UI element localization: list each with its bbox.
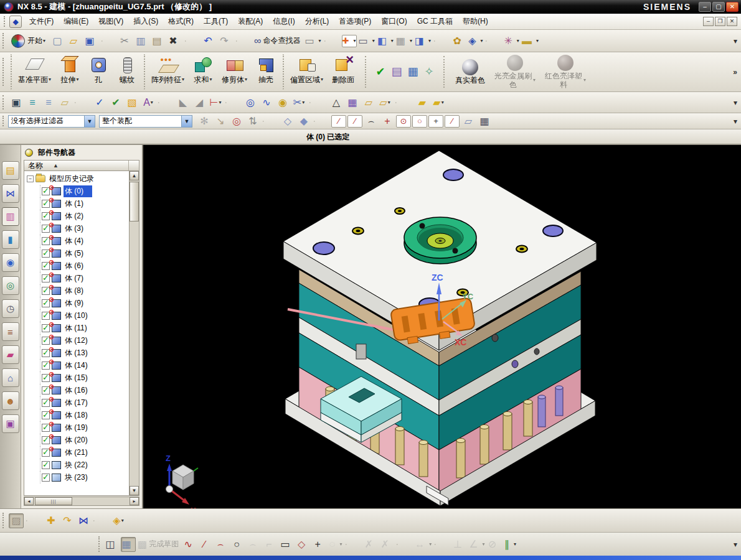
sketch-grid-icon[interactable]: ▦ ▾: [121, 537, 136, 552]
scroll-up-arrow[interactable]: ▲: [130, 171, 139, 180]
toolbar-overflow-chevron[interactable]: ▾: [734, 98, 737, 107]
阵列特征[interactable]: 阵列特征 ▾: [144, 54, 189, 90]
separator[interactable]: ▾: [185, 40, 200, 42]
maximize-button[interactable]: [712, 2, 725, 12]
palettes-icon[interactable]: ▣: [2, 414, 19, 433]
menu-item[interactable]: 帮助(H): [458, 14, 493, 29]
chamfer-icon[interactable]: ⌐ ▾: [263, 537, 278, 552]
move-component-icon[interactable]: ↷ ▾: [60, 513, 75, 528]
existing-point-snap-icon[interactable]: +: [428, 115, 443, 128]
select-handle-icon[interactable]: ↘: [213, 114, 228, 129]
menu-item[interactable]: 插入(S): [128, 14, 163, 29]
navigator-tree-item[interactable]: 体 (8): [24, 284, 129, 297]
snap-point-icon[interactable]: ✳ ▾: [503, 34, 519, 49]
model-history-root[interactable]: − 模型历史记录: [24, 172, 129, 185]
spring-tool-icon[interactable]: ∿ ▾: [259, 95, 274, 110]
selection-preview-icon[interactable]: ▨ ▾: [9, 513, 24, 528]
separator[interactable]: ▾: [434, 40, 449, 42]
selection-scope-dropdown[interactable]: 整个装配 ▼: [99, 115, 192, 128]
graphics-viewport[interactable]: ZC YC XC Z X: [143, 145, 741, 508]
navigator-tree-item[interactable]: 块 (23): [24, 471, 129, 483]
修剪体[interactable]: 修剪体 ▾: [217, 54, 252, 90]
start-menu-button[interactable]: 开始 ▾: [8, 33, 49, 49]
求和[interactable]: 求和 ▾: [189, 54, 217, 90]
mdi-close-button[interactable]: ✕: [727, 17, 737, 26]
line-icon[interactable]: ∕ ▾: [199, 537, 214, 552]
offset-curve-icon[interactable]: ◌ ▾: [328, 537, 343, 552]
navigator-tree-item[interactable]: 体 (1): [24, 197, 129, 210]
menu-item[interactable]: GC 工具箱: [412, 14, 458, 29]
feature-playback-icon[interactable]: ▤: [389, 64, 404, 79]
face-analysis-icon[interactable]: ◢ ▾: [192, 95, 207, 110]
sketch-task-icon[interactable]: ◫ ▾: [105, 537, 120, 552]
separator[interactable]: ▾: [75, 102, 90, 103]
feature-checkbox[interactable]: [42, 461, 50, 469]
optimize-face-icon[interactable]: ▧ ▾: [125, 95, 139, 110]
examine-geometry-check-icon[interactable]: ✔: [373, 64, 388, 79]
point-set-folder-icon[interactable]: ▱ ▾: [361, 95, 376, 110]
polygon-icon[interactable]: ◇ ▾: [296, 537, 311, 552]
navigator-tree-item[interactable]: 体 (4): [24, 235, 129, 247]
role-palette-icon[interactable]: ✿ ▾: [451, 34, 466, 49]
rapid-dimension-icon[interactable]: ↔ ▾: [414, 537, 432, 552]
red-gloss-plastic-button[interactable]: 红色亮泽塑料 ▾: [540, 53, 590, 90]
locating-ring[interactable]: [404, 217, 476, 264]
ruler-measure-icon[interactable]: ▬ ▾: [521, 34, 539, 49]
navigator-tree-item[interactable]: 体 (7): [24, 272, 129, 284]
spreadsheet-icon[interactable]: ▦ ▾: [345, 95, 360, 110]
triangle-mesh-icon[interactable]: △ ▾: [329, 95, 344, 110]
bounding-body-icon[interactable]: ▰ ▾: [415, 95, 430, 110]
rotate-point-icon[interactable]: ◎: [229, 114, 244, 129]
command-finder-icon[interactable]: ∞ 命令查找器 ▾: [253, 34, 303, 49]
scroll-left-arrow[interactable]: ◂: [24, 497, 34, 505]
layer-settings-icon[interactable]: ≡ ▾: [41, 95, 56, 110]
app-menu-icon[interactable]: ◆: [9, 16, 22, 28]
navigator-tree-item[interactable]: 体 (12): [24, 334, 129, 347]
true-shading-button[interactable]: 真实着色 ▾: [451, 57, 489, 86]
save-icon[interactable]: ▣ ▾: [84, 34, 99, 49]
profile-icon[interactable]: ∿ ▾: [182, 537, 197, 552]
menu-item[interactable]: 信息(I): [268, 14, 300, 29]
hd3d-tools-icon[interactable]: ◉: [2, 253, 19, 272]
align-lock-icon[interactable]: ⇅: [245, 114, 260, 129]
visualization-scene-icon[interactable]: ⌂: [2, 368, 19, 387]
toolbar-overflow-chevron[interactable]: ▾: [734, 117, 737, 126]
bounding-body-alt-icon[interactable]: ▰ ▾: [431, 95, 446, 110]
偏置区域[interactable]: 偏置区域 ▾: [283, 54, 328, 90]
scroll-right-arrow[interactable]: ▸: [130, 497, 139, 505]
process-studio-icon[interactable]: ≡: [2, 322, 19, 341]
reuse-library-icon[interactable]: ▮: [2, 230, 19, 249]
web-browser-icon[interactable]: ◎: [2, 276, 19, 295]
separator[interactable]: ▾: [309, 102, 326, 103]
menu-item[interactable]: 编辑(E): [59, 14, 93, 29]
mdi-restore-button[interactable]: ❐: [715, 17, 725, 26]
dropdown-arrow-icon[interactable]: ▼: [84, 116, 95, 127]
基准平面[interactable]: 基准平面 ▾: [11, 54, 55, 90]
navigator-tree-item[interactable]: 体 (11): [24, 322, 129, 334]
separator[interactable]: ▾: [26, 520, 41, 521]
scrollbar-thumb[interactable]: [130, 182, 139, 222]
separator[interactable]: [263, 121, 278, 122]
feature-checkbox[interactable]: [42, 474, 50, 482]
quick-trim-icon[interactable]: ✗ ▾: [363, 537, 378, 552]
constraint-navigator-icon[interactable]: ⋈: [2, 184, 19, 203]
window-layout-icon[interactable]: ◈ ▾: [468, 34, 483, 49]
bright-metal-button[interactable]: 光亮金属刷色 ▾: [489, 53, 540, 90]
separator[interactable]: ▾: [435, 544, 450, 545]
minimize-button[interactable]: [699, 2, 711, 12]
coil-washer-icon[interactable]: ◉ ▾: [275, 95, 290, 110]
quick-extend-icon[interactable]: ✗ ▾: [379, 537, 394, 552]
clip-section-icon[interactable]: ◨ ▾: [414, 34, 432, 49]
menu-item[interactable]: 视图(V): [93, 14, 128, 29]
select-bounds-icon[interactable]: ▣ ▾: [9, 95, 24, 110]
navigator-tree-item[interactable]: 体 (17): [24, 396, 129, 409]
draft-analysis-icon[interactable]: ◣ ▾: [176, 95, 191, 110]
arc-center-snap-icon[interactable]: ⊙: [396, 115, 411, 128]
螺纹[interactable]: 螺纹 ▾: [113, 54, 141, 90]
part-navigator-icon[interactable]: ▥: [2, 207, 19, 226]
menu-item[interactable]: 格式(R): [163, 14, 199, 29]
part-info-table-icon[interactable]: ▦: [405, 64, 420, 79]
navigator-tree-item[interactable]: 体 (3): [24, 222, 129, 235]
intersection-snap-icon[interactable]: +: [380, 114, 395, 129]
arc-icon[interactable]: ⌢ ▾: [215, 537, 230, 552]
